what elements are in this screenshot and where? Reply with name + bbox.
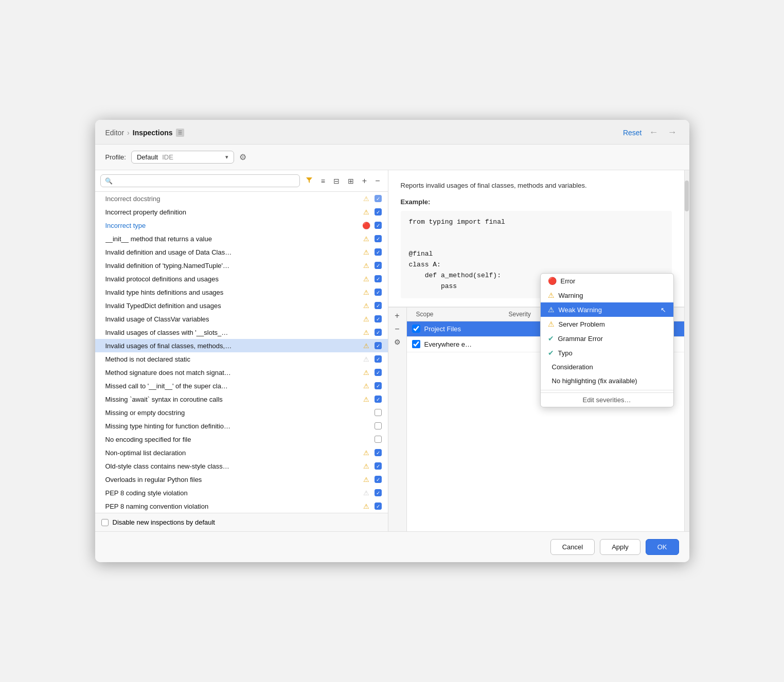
item-checkbox[interactable] xyxy=(375,329,382,336)
item-checkbox[interactable] xyxy=(375,195,382,202)
list-item[interactable]: Incorrect property definition ⚠ xyxy=(95,205,388,219)
dropdown-item-no-highlighting[interactable]: No highlighting (fix available) xyxy=(541,374,673,388)
scope-row-checkbox[interactable] xyxy=(412,325,420,333)
severity-icon xyxy=(362,422,370,430)
profile-gear-button[interactable]: ⚙ xyxy=(239,152,246,162)
list-item[interactable]: Invalid protocol definitions and usages … xyxy=(95,272,388,285)
item-checkbox[interactable] xyxy=(375,342,382,349)
ok-button[interactable]: OK xyxy=(646,539,679,555)
item-checkbox[interactable] xyxy=(375,208,382,216)
item-checkbox[interactable] xyxy=(375,248,382,256)
item-checkbox[interactable] xyxy=(375,476,382,483)
list-item[interactable]: Method is not declared static ⚠ xyxy=(95,352,388,366)
item-checkbox[interactable] xyxy=(375,436,382,443)
item-checkbox[interactable] xyxy=(375,396,382,403)
reset-button[interactable]: Reset xyxy=(623,129,642,137)
dropdown-item-consideration[interactable]: Consideration xyxy=(541,360,673,374)
filter-button[interactable] xyxy=(303,175,315,187)
scope-remove-button[interactable]: − xyxy=(392,323,402,335)
list-item[interactable]: Invalid definition and usage of Data Cla… xyxy=(95,245,388,259)
item-checkbox[interactable] xyxy=(375,502,382,510)
list-item[interactable]: Old-style class contains new-style class… xyxy=(95,459,388,473)
list-item[interactable]: Missing `await` syntax in coroutine call… xyxy=(95,392,388,406)
memo-icon[interactable]: ☰ xyxy=(176,129,184,137)
scrollbar-track[interactable] xyxy=(684,170,689,531)
profile-label: Profile: xyxy=(105,153,126,161)
list-item[interactable]: Invalid usages of final classes, methods… xyxy=(95,339,388,352)
scope-row-checkbox[interactable] xyxy=(412,340,420,348)
breadcrumb-separator: › xyxy=(127,129,130,137)
item-checkbox[interactable] xyxy=(375,382,382,389)
list-item[interactable]: Invalid usages of classes with '__slots_… xyxy=(95,326,388,339)
list-item[interactable]: Incorrect type 🔴 xyxy=(95,219,388,232)
item-checkbox[interactable] xyxy=(375,235,382,242)
list-item[interactable]: Invalid type hints definitions and usage… xyxy=(95,285,388,299)
item-checkbox[interactable] xyxy=(375,289,382,296)
item-name: Invalid protocol definitions and usages xyxy=(105,275,358,283)
list-item[interactable]: Invalid TypedDict definition and usages … xyxy=(95,299,388,312)
list-item[interactable]: No encoding specified for file xyxy=(95,433,388,446)
remove-inspection-button[interactable]: − xyxy=(372,175,382,187)
list-item[interactable]: Non-optimal list declaration ⚠ xyxy=(95,446,388,459)
grammar-error-icon: ✔ xyxy=(548,334,554,343)
profile-select[interactable]: Default IDE ▾ xyxy=(131,151,234,164)
list-item[interactable]: Missed call to '__init__' of the super c… xyxy=(95,379,388,392)
dropdown-item-grammar-error[interactable]: ✔ Grammar Error xyxy=(541,331,673,346)
list-item[interactable]: Overloads in regular Python files ⚠ xyxy=(95,473,388,486)
scope-add-button[interactable]: + xyxy=(392,310,402,322)
item-checkbox[interactable] xyxy=(375,315,382,322)
item-checkbox[interactable] xyxy=(375,355,382,363)
list-item[interactable]: Invalid usage of ClassVar variables ⚠ xyxy=(95,312,388,326)
dropdown-item-server-problem[interactable]: ⚠ Server Problem xyxy=(541,317,673,331)
item-checkbox[interactable] xyxy=(375,422,382,429)
scrollbar-thumb[interactable] xyxy=(685,181,689,211)
scope-name: Project Files xyxy=(424,325,507,333)
severity-icon: ⚠ xyxy=(362,355,370,363)
add-inspection-button[interactable]: + xyxy=(360,175,369,187)
dropdown-footer-edit[interactable]: Edit severities… xyxy=(541,392,673,407)
list-item[interactable]: Incorrect docstring ⚠ xyxy=(95,192,388,205)
dropdown-item-error[interactable]: 🔴 Error xyxy=(541,274,673,288)
dropdown-item-weak-warning[interactable]: ⚠ Weak Warning ↖ xyxy=(541,302,673,317)
item-name: Overloads in regular Python files xyxy=(105,476,358,483)
list-item[interactable]: Missing or empty docstring xyxy=(95,406,388,419)
severity-icon: ⚠ xyxy=(362,328,370,336)
item-checkbox[interactable] xyxy=(375,369,382,376)
breadcrumb-parent[interactable]: Editor xyxy=(105,129,124,137)
list-item[interactable]: Missing type hinting for function defini… xyxy=(95,419,388,433)
list-item[interactable]: Method signature does not match signat… … xyxy=(95,366,388,379)
severity-icon: ⚠ xyxy=(362,382,370,390)
item-checkbox[interactable] xyxy=(375,262,382,269)
group-button[interactable]: ⊞ xyxy=(345,175,357,187)
collapse-all-button[interactable]: ⊟ xyxy=(331,175,342,187)
expand-all-button[interactable]: ≡ xyxy=(318,175,328,187)
scope-col-scope-header: Scope xyxy=(412,308,505,321)
cursor-icon: ↖ xyxy=(661,306,666,314)
item-checkbox[interactable] xyxy=(375,462,382,470)
scope-side-toolbar: + − ⚙ xyxy=(388,308,407,531)
scope-settings-button[interactable]: ⚙ xyxy=(391,336,403,348)
list-item[interactable]: Invalid definition of 'typing.NamedTuple… xyxy=(95,259,388,272)
dropdown-label: No highlighting (fix available) xyxy=(552,377,637,385)
disable-checkbox[interactable] xyxy=(101,519,109,526)
item-checkbox[interactable] xyxy=(375,222,382,229)
cancel-button[interactable]: Cancel xyxy=(550,539,595,555)
nav-back-button[interactable]: ← xyxy=(647,126,661,139)
item-name: Missing `await` syntax in coroutine call… xyxy=(105,396,358,403)
list-item[interactable]: __init__ method that returns a value ⚠ xyxy=(95,232,388,245)
nav-forward-button[interactable]: → xyxy=(666,126,679,139)
item-checkbox[interactable] xyxy=(375,302,382,309)
dropdown-item-warning[interactable]: ⚠ Warning xyxy=(541,288,673,302)
dropdown-item-typo[interactable]: ✔ Typo xyxy=(541,346,673,360)
list-item[interactable]: PEP 8 naming convention violation ⚠ xyxy=(95,499,388,513)
item-checkbox[interactable] xyxy=(375,409,382,416)
item-name: Invalid definition of 'typing.NamedTuple… xyxy=(105,262,358,270)
item-checkbox[interactable] xyxy=(375,449,382,456)
item-name: Non-optimal list declaration xyxy=(105,449,358,457)
item-checkbox[interactable] xyxy=(375,275,382,282)
item-checkbox[interactable] xyxy=(375,489,382,496)
list-item[interactable]: PEP 8 coding style violation ⚠ xyxy=(95,486,388,499)
search-input[interactable] xyxy=(116,177,295,185)
apply-button[interactable]: Apply xyxy=(600,539,640,555)
search-toolbar: 🔍 ≡ ⊟ ⊞ + − xyxy=(95,170,388,192)
